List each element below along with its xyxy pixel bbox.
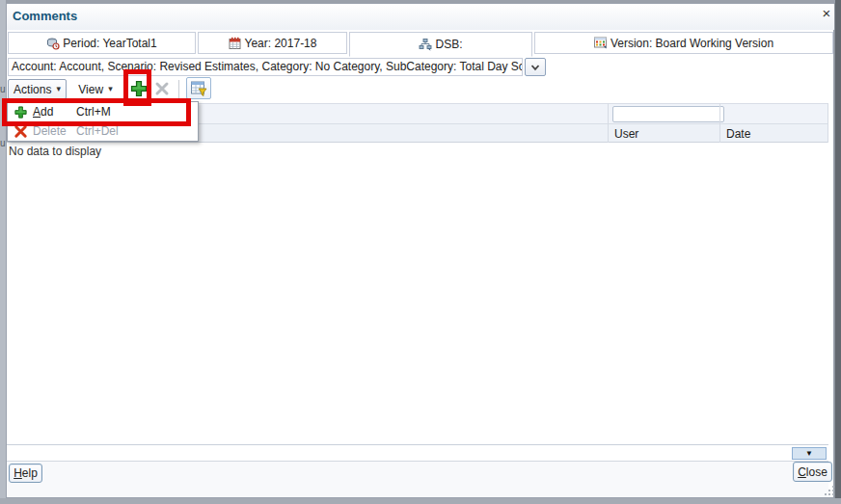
hierarchy-icon: [419, 39, 432, 51]
version-grid-icon: [594, 37, 608, 49]
scroll-down-button[interactable]: ▼: [792, 447, 827, 460]
close-icon[interactable]: ×: [819, 6, 834, 21]
calendar-icon: [229, 37, 242, 50]
pov-tab-version[interactable]: Version: Board Working Version: [534, 32, 833, 54]
footer-bar: [7, 462, 828, 497]
pov-tab-label: DSB:: [435, 38, 462, 51]
pov-tab-label: Period: YearTotal1: [63, 37, 156, 50]
background-app-edge-right: [835, 0, 841, 504]
delete-comment-button-disabled[interactable]: [154, 81, 170, 96]
menu-item-label: Delete: [33, 124, 71, 138]
query-by-example-icon: [191, 81, 207, 96]
plus-icon: [14, 105, 28, 119]
x-icon: [154, 81, 170, 96]
pov-tab-year[interactable]: Year: 2017-18: [198, 32, 347, 54]
dialog-titlebar: [7, 4, 834, 30]
background-app-edge-bottom: [0, 498, 841, 504]
column-divider: [608, 103, 609, 143]
resize-grip[interactable]: [821, 484, 836, 497]
close-button-label: Close: [798, 465, 827, 479]
actions-menu-label: Actions: [14, 83, 51, 96]
grid-body: [7, 143, 828, 445]
view-menu-button[interactable]: View ▾: [72, 79, 119, 99]
column-header-date[interactable]: Date: [726, 127, 750, 141]
pov-tab-label: Year: 2017-18: [245, 37, 317, 50]
x-icon: [14, 124, 28, 139]
view-menu-label: View: [78, 83, 103, 96]
dimension-dropdown-button[interactable]: [525, 58, 546, 76]
period-dimension-icon: [46, 37, 60, 50]
menu-item-shortcut: Ctrl+Del: [76, 124, 119, 138]
chevron-down-icon: ▾: [56, 85, 61, 93]
resize-grip-icon: [821, 484, 836, 497]
menu-item-label: Add: [33, 105, 71, 119]
add-comment-button[interactable]: [129, 79, 149, 98]
empty-grid-message: No data to display: [9, 145, 101, 158]
query-by-example-button[interactable]: [186, 77, 211, 99]
chevron-down-icon: ▾: [108, 85, 113, 93]
user-filter-input[interactable]: [612, 106, 724, 122]
toolbar-separator: [178, 80, 179, 98]
menu-item-shortcut: Ctrl+M: [76, 105, 111, 119]
actions-dropdown-menu: Add Ctrl+M Delete Ctrl+Del: [7, 101, 199, 142]
help-button[interactable]: Help: [9, 464, 42, 483]
screen: { "window": { "title": "Comments", "clos…: [0, 0, 841, 504]
plus-icon: [129, 79, 149, 98]
actions-menu-button[interactable]: Actions ▾: [8, 79, 67, 99]
help-button-label: Help: [14, 466, 38, 480]
dialog-title: Comments: [13, 9, 77, 23]
dimension-context-bar: Account: Account, Scenario: Revised Esti…: [8, 58, 523, 76]
column-header-user[interactable]: User: [614, 127, 638, 141]
chevron-down-icon: [529, 63, 541, 72]
pov-tab-period[interactable]: Period: YearTotal1: [8, 32, 196, 54]
menu-item-add[interactable]: Add Ctrl+M: [8, 102, 198, 121]
column-divider: [719, 103, 720, 143]
pov-tab-dsb[interactable]: DSB:: [349, 32, 532, 57]
pov-tab-label: Version: Board Working Version: [610, 37, 773, 50]
close-button[interactable]: Close: [793, 462, 832, 482]
triangle-down-icon: ▼: [805, 450, 813, 458]
menu-item-delete-disabled[interactable]: Delete Ctrl+Del: [8, 121, 198, 141]
